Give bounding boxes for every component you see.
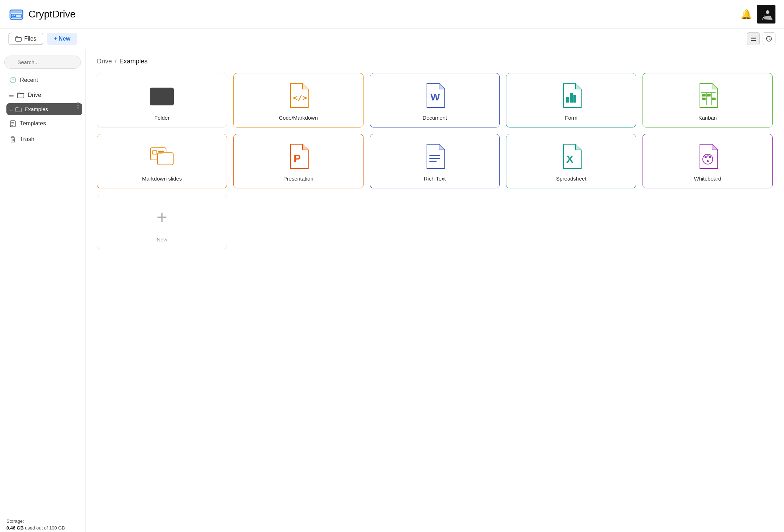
svg-text:P: P bbox=[294, 152, 301, 164]
svg-rect-42 bbox=[158, 151, 164, 152]
main-layout: 🔍 🕐 Recent ▬ Drive ⊞ Examples bbox=[0, 49, 784, 532]
card-code[interactable]: </> Code/Markdown bbox=[233, 73, 363, 127]
logo-area: CryptDrive bbox=[9, 6, 741, 22]
svg-text:</>: </> bbox=[293, 93, 307, 102]
folder-icon-small bbox=[15, 36, 22, 42]
svg-rect-29 bbox=[566, 97, 569, 103]
svg-rect-30 bbox=[570, 93, 573, 103]
header: CryptDrive 🔔 bbox=[0, 0, 784, 29]
svg-rect-38 bbox=[712, 98, 716, 100]
template-icon bbox=[9, 120, 16, 127]
card-kanban[interactable]: Kanban bbox=[643, 73, 773, 127]
folder-card-label: Folder bbox=[154, 115, 170, 121]
form-card-label: Form bbox=[565, 115, 577, 121]
markdown-slides-card-label: Markdown slides bbox=[142, 176, 182, 182]
svg-rect-22 bbox=[11, 138, 15, 142]
form-card-icon bbox=[558, 81, 584, 110]
card-rich-text[interactable]: Rich Text bbox=[370, 134, 500, 188]
cards-grid: Folder </> Code/Markdown bbox=[97, 73, 773, 249]
search-input[interactable] bbox=[4, 56, 81, 69]
svg-rect-43 bbox=[158, 153, 163, 154]
recent-label: Recent bbox=[20, 77, 38, 83]
context-menu-button[interactable] bbox=[76, 101, 80, 110]
rich-text-card-label: Rich Text bbox=[424, 176, 445, 182]
card-document[interactable]: W Document bbox=[370, 73, 500, 127]
dot3 bbox=[77, 107, 79, 109]
svg-point-6 bbox=[12, 15, 14, 17]
files-label: Files bbox=[24, 36, 36, 42]
dot2 bbox=[77, 105, 79, 106]
bell-icon[interactable]: 🔔 bbox=[741, 9, 752, 20]
sidebar-item-recent[interactable]: 🕐 Recent bbox=[3, 73, 82, 87]
history-button[interactable] bbox=[763, 32, 775, 45]
card-presentation[interactable]: P Presentation bbox=[233, 134, 363, 188]
avatar-image bbox=[757, 5, 775, 24]
storage-area: Storage: 0.46 GB used out of 100 GB bbox=[0, 515, 85, 532]
code-card-label: Code/Markdown bbox=[279, 115, 318, 121]
files-button[interactable]: Files bbox=[9, 33, 43, 45]
history-icon bbox=[766, 36, 772, 42]
new-button[interactable]: + New bbox=[47, 33, 78, 45]
rich-text-card-icon bbox=[422, 142, 448, 171]
spreadsheet-card-icon: X bbox=[558, 142, 584, 171]
folder-icon-examples bbox=[15, 106, 22, 112]
svg-rect-36 bbox=[702, 98, 706, 100]
spreadsheet-card-label: Spreadsheet bbox=[556, 176, 586, 182]
svg-point-9 bbox=[766, 10, 769, 14]
code-card-icon: </> bbox=[285, 81, 311, 110]
svg-rect-2 bbox=[10, 10, 23, 13]
sidebar-item-templates[interactable]: Templates bbox=[3, 116, 82, 131]
plus-tree-icon: ⊞ bbox=[9, 107, 12, 111]
card-whiteboard[interactable]: Whiteboard bbox=[643, 134, 773, 188]
svg-point-52 bbox=[707, 160, 709, 162]
svg-rect-35 bbox=[702, 94, 706, 97]
card-form[interactable]: Form bbox=[506, 73, 636, 127]
avatar[interactable] bbox=[757, 5, 775, 24]
trash-label: Trash bbox=[20, 136, 34, 142]
svg-rect-11 bbox=[16, 37, 21, 41]
breadcrumb-root[interactable]: Drive bbox=[97, 58, 112, 65]
svg-point-53 bbox=[707, 155, 709, 157]
list-view-button[interactable] bbox=[747, 32, 760, 45]
svg-rect-16 bbox=[17, 94, 24, 98]
breadcrumb-current: Examples bbox=[119, 58, 148, 65]
search-area: 🔍 bbox=[4, 56, 81, 69]
drive-label: Drive bbox=[28, 92, 41, 98]
minus-icon: ▬ bbox=[9, 93, 14, 98]
svg-point-50 bbox=[705, 156, 707, 158]
sidebar-tree-area: ⊞ Examples bbox=[0, 103, 85, 116]
sidebar-item-trash[interactable]: Trash bbox=[3, 132, 82, 146]
card-spreadsheet[interactable]: X Spreadsheet bbox=[506, 134, 636, 188]
breadcrumb: Drive / Examples bbox=[97, 58, 773, 65]
search-wrapper: 🔍 bbox=[4, 56, 81, 69]
folder-card-icon bbox=[149, 81, 175, 110]
sidebar-item-drive[interactable]: ▬ Drive bbox=[3, 88, 82, 102]
svg-rect-40 bbox=[158, 153, 173, 165]
storage-detail: 0.46 GB used out of 100 GB bbox=[6, 525, 79, 531]
card-markdown-slides[interactable]: Markdown slides bbox=[97, 134, 227, 188]
svg-rect-26 bbox=[150, 88, 174, 105]
breadcrumb-sep: / bbox=[115, 58, 117, 65]
document-card-icon: W bbox=[422, 81, 448, 110]
svg-rect-31 bbox=[573, 95, 576, 103]
whiteboard-card-icon bbox=[695, 142, 721, 171]
document-card-label: Document bbox=[423, 115, 447, 121]
trash-icon bbox=[9, 136, 16, 143]
dot1 bbox=[77, 102, 79, 104]
card-folder[interactable]: Folder bbox=[97, 73, 227, 127]
card-new[interactable]: + New bbox=[97, 195, 227, 249]
markdown-slides-card-icon bbox=[149, 142, 175, 171]
sidebar: 🔍 🕐 Recent ▬ Drive ⊞ Examples bbox=[0, 49, 86, 532]
sidebar-item-examples[interactable]: ⊞ Examples bbox=[6, 103, 82, 115]
drive-icon bbox=[9, 6, 24, 22]
templates-label: Templates bbox=[20, 120, 46, 127]
svg-point-51 bbox=[709, 156, 711, 158]
kanban-card-label: Kanban bbox=[698, 115, 717, 121]
svg-text:W: W bbox=[430, 92, 440, 103]
svg-text:X: X bbox=[566, 153, 573, 165]
folder-icon-drive bbox=[17, 92, 24, 98]
toolbar-right bbox=[747, 32, 775, 45]
new-card-icon: + bbox=[149, 203, 175, 231]
whiteboard-card-label: Whiteboard bbox=[694, 176, 721, 182]
toolbar-left: Files + New bbox=[9, 33, 77, 45]
